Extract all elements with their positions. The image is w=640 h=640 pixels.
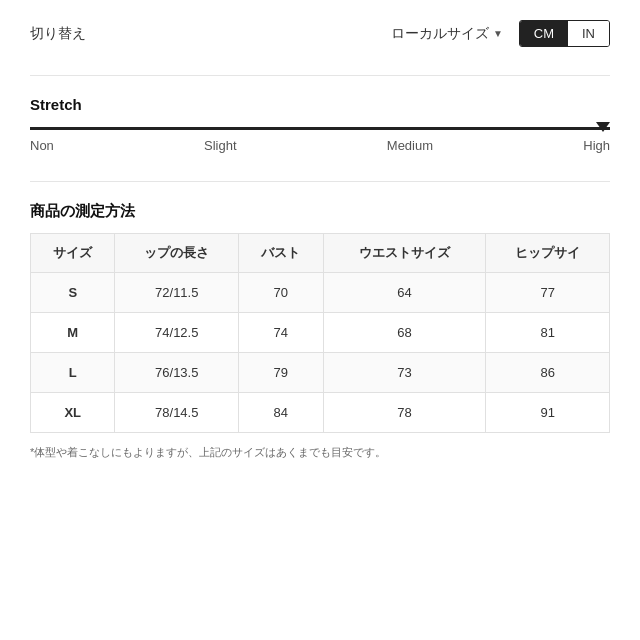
cell-waist: 78 xyxy=(323,393,486,433)
stretch-title: Stretch xyxy=(30,96,610,113)
cell-size: XL xyxy=(31,393,115,433)
cell-length: 76/13.5 xyxy=(115,353,239,393)
stretch-section: Stretch Non Slight Medium High xyxy=(30,96,610,153)
cell-length: 72/11.5 xyxy=(115,273,239,313)
table-row: L 76/13.5 79 73 86 xyxy=(31,353,610,393)
stretch-indicator-icon xyxy=(596,122,610,132)
col-bust: バスト xyxy=(239,234,323,273)
middle-divider xyxy=(30,181,610,182)
stretch-label-high: High xyxy=(583,138,610,153)
col-waist: ウエストサイズ xyxy=(323,234,486,273)
cm-button[interactable]: CM xyxy=(520,21,568,46)
cell-length: 78/14.5 xyxy=(115,393,239,433)
cell-size: M xyxy=(31,313,115,353)
cell-size: S xyxy=(31,273,115,313)
stretch-track xyxy=(30,127,610,130)
stretch-label-slight: Slight xyxy=(204,138,237,153)
measurement-title: 商品の測定方法 xyxy=(30,202,610,221)
col-length: ップの長さ xyxy=(115,234,239,273)
cell-hip: 77 xyxy=(486,273,610,313)
cell-waist: 73 xyxy=(323,353,486,393)
stretch-label-non: Non xyxy=(30,138,54,153)
cell-size: L xyxy=(31,353,115,393)
stretch-label-medium: Medium xyxy=(387,138,433,153)
dropdown-arrow-icon: ▼ xyxy=(493,28,503,39)
cell-hip: 81 xyxy=(486,313,610,353)
table-row: M 74/12.5 74 68 81 xyxy=(31,313,610,353)
table-header-row: サイズ ップの長さ バスト ウエストサイズ ヒップサイ xyxy=(31,234,610,273)
switch-label: 切り替え xyxy=(30,25,86,43)
table-row: XL 78/14.5 84 78 91 xyxy=(31,393,610,433)
in-button[interactable]: IN xyxy=(568,21,609,46)
top-divider xyxy=(30,75,610,76)
col-hip: ヒップサイ xyxy=(486,234,610,273)
cell-bust: 70 xyxy=(239,273,323,313)
unit-toggle: CM IN xyxy=(519,20,610,47)
stretch-labels: Non Slight Medium High xyxy=(30,138,610,153)
local-size-label: ローカルサイズ xyxy=(391,25,489,43)
size-table: サイズ ップの長さ バスト ウエストサイズ ヒップサイ S 72/11.5 70… xyxy=(30,233,610,433)
col-size: サイズ xyxy=(31,234,115,273)
stretch-track-container xyxy=(30,127,610,130)
note-text: *体型や着こなしにもよりますが、上記のサイズはあくまでも目安です。 xyxy=(30,445,610,460)
local-size-dropdown[interactable]: ローカルサイズ ▼ xyxy=(391,25,503,43)
cell-length: 74/12.5 xyxy=(115,313,239,353)
cell-bust: 79 xyxy=(239,353,323,393)
cell-waist: 68 xyxy=(323,313,486,353)
cell-bust: 74 xyxy=(239,313,323,353)
table-row: S 72/11.5 70 64 77 xyxy=(31,273,610,313)
stretch-filled xyxy=(30,127,610,130)
cell-bust: 84 xyxy=(239,393,323,433)
cell-hip: 86 xyxy=(486,353,610,393)
top-bar: 切り替え ローカルサイズ ▼ CM IN xyxy=(30,20,610,47)
cell-waist: 64 xyxy=(323,273,486,313)
cell-hip: 91 xyxy=(486,393,610,433)
measurement-section: 商品の測定方法 サイズ ップの長さ バスト ウエストサイズ ヒップサイ S 72… xyxy=(30,202,610,460)
